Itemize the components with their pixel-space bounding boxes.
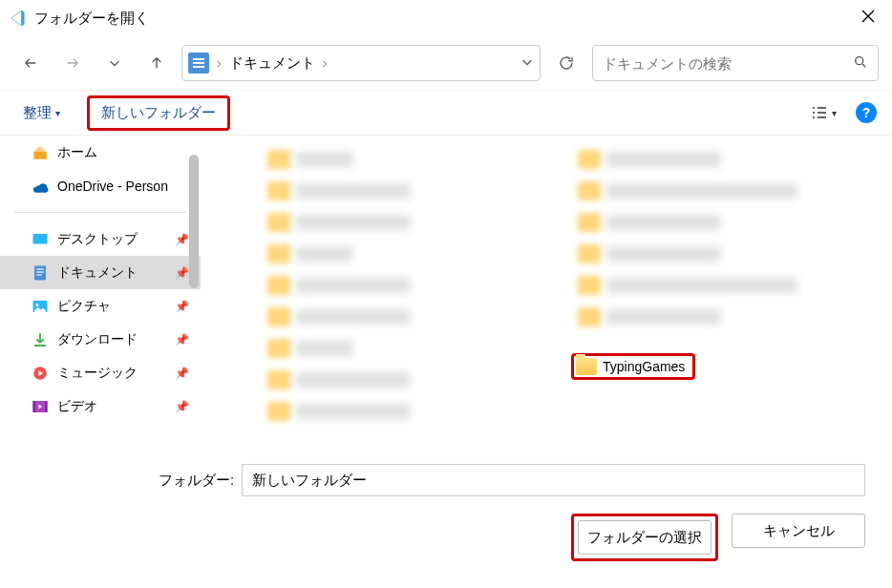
folder-name-input[interactable]: 新しいフォルダー [242, 464, 865, 496]
view-button[interactable]: ▾ [803, 100, 844, 125]
sidebar-item-home[interactable]: ホーム [0, 136, 201, 169]
file-list[interactable]: TypingGames [201, 136, 892, 451]
search-input[interactable] [603, 55, 853, 72]
videos-icon [31, 397, 50, 416]
sidebar-item-label: ミュージック [57, 365, 138, 382]
documents-icon [188, 52, 209, 74]
help-button[interactable]: ? [856, 102, 877, 123]
breadcrumb-sep: › [323, 55, 328, 71]
nav-row: › ドキュメント › [13, 44, 879, 82]
blurred-column [578, 143, 845, 332]
sidebar-item-pictures[interactable]: ピクチャ 📌 [0, 289, 201, 323]
sidebar-item-label: ドキュメント [57, 264, 138, 282]
svg-rect-11 [45, 401, 47, 412]
main-area: ホーム OneDrive - Person デスクトップ 📌 ドキュメント 📌 … [0, 136, 892, 451]
sidebar-item-label: ピクチャ [57, 298, 111, 315]
svg-point-0 [856, 56, 863, 64]
svg-rect-3 [36, 268, 44, 269]
sidebar-item-onedrive[interactable]: OneDrive - Person [0, 169, 201, 202]
address-bar[interactable]: › ドキュメント › [181, 45, 541, 81]
refresh-button[interactable] [548, 45, 584, 81]
search-box[interactable] [592, 45, 879, 81]
address-dropdown[interactable] [520, 55, 534, 72]
titlebar: フォルダーを開く [0, 0, 892, 36]
vscode-icon [8, 9, 27, 28]
sidebar-item-desktop[interactable]: デスクトップ 📌 [0, 222, 201, 256]
up-button[interactable] [139, 46, 174, 80]
svg-rect-10 [33, 401, 35, 412]
folder-field-label: フォルダー: [15, 472, 234, 490]
svg-rect-1 [33, 234, 48, 244]
blurred-column [267, 143, 535, 427]
sidebar-item-label: ダウンロード [57, 331, 138, 348]
sidebar-item-music[interactable]: ミュージック 📌 [0, 356, 201, 389]
sidebar-scrollbar[interactable] [187, 145, 201, 441]
breadcrumb-current[interactable]: ドキュメント [229, 54, 315, 73]
new-folder-highlight: 新しいフォルダー [87, 95, 230, 131]
svg-point-7 [36, 304, 39, 306]
sidebar-item-documents[interactable]: ドキュメント 📌 [0, 256, 201, 289]
typing-games-highlight: TypingGames [571, 353, 695, 380]
search-icon [853, 54, 868, 73]
sidebar-divider [14, 212, 186, 213]
close-button[interactable] [852, 6, 884, 31]
onedrive-icon [31, 177, 50, 196]
back-button[interactable] [13, 46, 48, 80]
folder-label[interactable]: TypingGames [603, 359, 690, 374]
folder-icon [576, 358, 597, 375]
organize-button[interactable]: 整理▾ [15, 100, 68, 126]
svg-rect-4 [36, 271, 44, 272]
sidebar-item-label: OneDrive - Person [57, 178, 168, 194]
forward-button[interactable] [55, 46, 90, 80]
svg-rect-2 [34, 265, 46, 280]
cancel-button[interactable]: キャンセル [732, 514, 865, 548]
nav-sidebar: ホーム OneDrive - Person デスクトップ 📌 ドキュメント 📌 … [0, 136, 201, 451]
sidebar-item-label: デスクトップ [57, 231, 138, 248]
home-icon [31, 143, 50, 162]
sidebar-item-label: ビデオ [57, 398, 97, 415]
scrollbar-thumb[interactable] [189, 155, 199, 288]
downloads-icon [31, 330, 50, 349]
music-icon [31, 364, 50, 383]
documents-icon [31, 263, 50, 283]
footer: フォルダー: 新しいフォルダー フォルダーの選択 キャンセル [0, 451, 892, 575]
svg-rect-5 [36, 274, 41, 275]
pictures-icon [31, 297, 50, 316]
history-dropdown[interactable] [97, 46, 132, 80]
sidebar-item-label: ホーム [57, 144, 97, 161]
toolbar: 整理▾ 新しいフォルダー ▾ ? [0, 90, 892, 136]
sidebar-item-downloads[interactable]: ダウンロード 📌 [0, 323, 201, 356]
select-folder-highlight: フォルダーの選択 [571, 514, 718, 561]
window-title: フォルダーを開く [34, 10, 149, 28]
new-folder-button[interactable]: 新しいフォルダー [94, 100, 223, 126]
select-folder-button[interactable]: フォルダーの選択 [578, 520, 711, 555]
desktop-icon [31, 230, 50, 249]
breadcrumb-sep: › [217, 55, 222, 71]
sidebar-item-videos[interactable]: ビデオ 📌 [0, 389, 201, 423]
